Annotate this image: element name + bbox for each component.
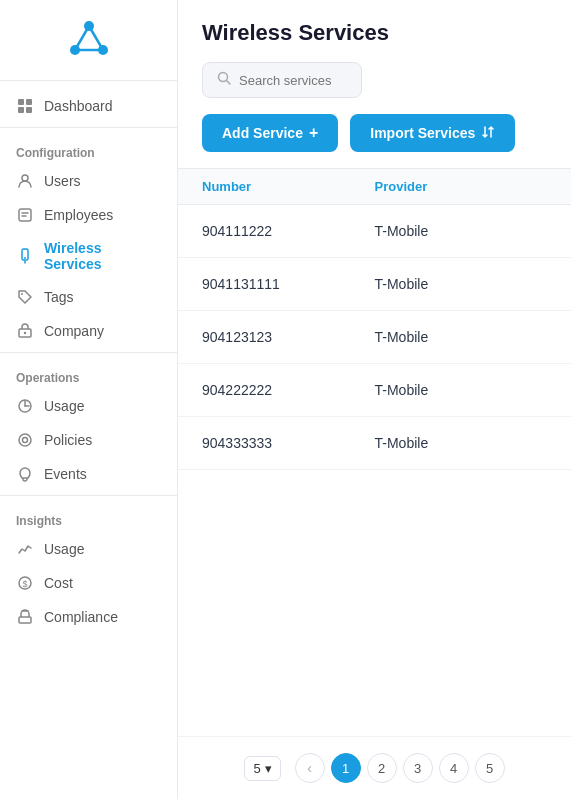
employees-icon (16, 206, 34, 224)
import-services-label: Import Services (370, 125, 475, 141)
sidebar-item-cost[interactable]: $ Cost (0, 566, 177, 600)
sidebar-item-company[interactable]: Company (0, 314, 177, 348)
search-input[interactable] (239, 73, 347, 88)
cell-number: 904222222 (202, 382, 375, 398)
svg-rect-11 (19, 209, 31, 221)
cell-number: 904123123 (202, 329, 375, 345)
sidebar-item-label: Policies (44, 432, 92, 448)
sidebar-item-label: Cost (44, 575, 73, 591)
svg-line-4 (89, 26, 103, 50)
svg-point-16 (24, 332, 26, 334)
cell-number: 9041131111 (202, 276, 375, 292)
policies-icon (16, 431, 34, 449)
sidebar-item-tags[interactable]: Tags (0, 280, 177, 314)
insights-section-label: Insights (0, 504, 177, 532)
svg-line-3 (75, 26, 89, 50)
svg-text:$: $ (23, 579, 28, 589)
action-buttons: Add Service + Import Services (202, 114, 547, 152)
sidebar-item-label: Users (44, 173, 81, 189)
sidebar-item-usage-insights[interactable]: Usage (0, 532, 177, 566)
svg-point-19 (23, 438, 28, 443)
chevron-down-icon: ▾ (265, 761, 272, 776)
sidebar-item-events[interactable]: Events (0, 457, 177, 491)
add-service-button[interactable]: Add Service + (202, 114, 338, 152)
page-prev-button[interactable]: ‹ (295, 753, 325, 783)
sidebar-item-compliance[interactable]: Compliance (0, 600, 177, 634)
sidebar-item-employees[interactable]: Employees (0, 198, 177, 232)
table-row[interactable]: 904222222 T-Mobile (178, 364, 571, 417)
page-title: Wireless Services (202, 20, 547, 46)
import-arrows-icon (481, 125, 495, 142)
plus-icon: + (309, 124, 318, 142)
services-table: Number Provider 904111222 T-Mobile 90411… (178, 169, 571, 736)
svg-point-14 (21, 293, 23, 295)
chevron-left-icon: ‹ (307, 760, 312, 776)
company-icon (16, 322, 34, 340)
cell-number: 904111222 (202, 223, 375, 239)
cell-provider: T-Mobile (375, 276, 548, 292)
usage-icon (16, 397, 34, 415)
users-icon (16, 172, 34, 190)
page-5-button[interactable]: 5 (475, 753, 505, 783)
cell-provider: T-Mobile (375, 329, 548, 345)
cell-provider: T-Mobile (375, 435, 548, 451)
page-number: 1 (342, 761, 349, 776)
operations-section-label: Operations (0, 361, 177, 389)
page-1-button[interactable]: 1 (331, 753, 361, 783)
config-section-label: Configuration (0, 136, 177, 164)
svg-rect-9 (26, 107, 32, 113)
cell-provider: T-Mobile (375, 223, 548, 239)
page-size-value: 5 (253, 761, 260, 776)
dashboard-icon (16, 97, 34, 115)
import-services-button[interactable]: Import Services (350, 114, 515, 152)
table-row[interactable]: 904123123 T-Mobile (178, 311, 571, 364)
cell-number: 904333333 (202, 435, 375, 451)
compliance-icon (16, 608, 34, 626)
page-number: 5 (486, 761, 493, 776)
sidebar-item-label: Usage (44, 541, 84, 557)
sidebar-item-label: Dashboard (44, 98, 113, 114)
main-header: Wireless Services Add Service + Import S… (178, 0, 571, 169)
search-bar[interactable] (202, 62, 362, 98)
table-row[interactable]: 904111222 T-Mobile (178, 205, 571, 258)
sidebar-item-dashboard[interactable]: Dashboard (0, 89, 177, 123)
table-header: Number Provider (178, 169, 571, 205)
svg-point-10 (22, 175, 28, 181)
page-number: 3 (414, 761, 421, 776)
page-3-button[interactable]: 3 (403, 753, 433, 783)
sidebar: Dashboard Configuration Users Employees (0, 0, 178, 799)
search-icon (217, 71, 231, 89)
wireless-icon (16, 247, 34, 265)
add-service-label: Add Service (222, 125, 303, 141)
table-row[interactable]: 9041131111 T-Mobile (178, 258, 571, 311)
svg-rect-22 (19, 617, 31, 623)
page-4-button[interactable]: 4 (439, 753, 469, 783)
sidebar-item-usage-ops[interactable]: Usage (0, 389, 177, 423)
page-2-button[interactable]: 2 (367, 753, 397, 783)
table-row[interactable]: 904333333 T-Mobile (178, 417, 571, 470)
main-content: Wireless Services Add Service + Import S… (178, 0, 571, 799)
sidebar-item-label: Tags (44, 289, 74, 305)
insights-usage-icon (16, 540, 34, 558)
cell-provider: T-Mobile (375, 382, 548, 398)
col-header-provider: Provider (375, 179, 548, 194)
cost-icon: $ (16, 574, 34, 592)
col-header-number: Number (202, 179, 375, 194)
svg-rect-6 (18, 99, 24, 105)
page-number: 4 (450, 761, 457, 776)
sidebar-item-label: Company (44, 323, 104, 339)
sidebar-item-users[interactable]: Users (0, 164, 177, 198)
sidebar-item-label: Events (44, 466, 87, 482)
tags-icon (16, 288, 34, 306)
app-logo (0, 16, 177, 60)
pagination: 5 ▾ ‹ 1 2 3 4 5 (178, 736, 571, 799)
svg-rect-7 (26, 99, 32, 105)
sidebar-item-label: Wireless Services (44, 240, 161, 272)
sidebar-item-policies[interactable]: Policies (0, 423, 177, 457)
svg-point-18 (19, 434, 31, 446)
sidebar-item-wireless[interactable]: Wireless Services (0, 232, 177, 280)
sidebar-item-label: Employees (44, 207, 113, 223)
svg-point-13 (24, 257, 26, 259)
page-size-select[interactable]: 5 ▾ (244, 756, 280, 781)
sidebar-item-label: Compliance (44, 609, 118, 625)
